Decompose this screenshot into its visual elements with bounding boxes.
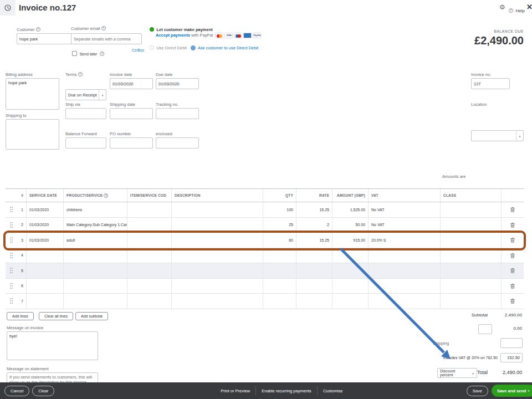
cell-item-code[interactable] (127, 218, 172, 233)
ask-direct-debit-link[interactable]: Ask customer to use Direct Debit (198, 45, 258, 50)
cell-amount[interactable] (332, 294, 369, 309)
cell-vat[interactable]: 20.0% S (369, 233, 441, 248)
cell-service-date[interactable]: 01/03/2020 (27, 218, 64, 233)
cell-qty[interactable] (263, 248, 296, 263)
cell-item-code[interactable] (127, 279, 172, 294)
message-on-invoice-input[interactable]: bye! (7, 331, 98, 360)
cell-amount[interactable]: 50.00 (332, 218, 369, 233)
cell-vat[interactable]: No VAT (369, 218, 441, 233)
cell-amount[interactable]: 1,525.00 (332, 202, 369, 217)
cell-description[interactable] (172, 218, 263, 233)
cell-item-code[interactable] (127, 294, 172, 309)
save-and-send-button[interactable]: Save and send ▼ (492, 385, 532, 397)
cell-item-code[interactable] (127, 233, 172, 248)
cell-class[interactable] (441, 233, 502, 248)
cell-service-date[interactable] (27, 263, 64, 278)
trash-icon[interactable] (502, 202, 524, 217)
shipping-to-input[interactable] (6, 119, 59, 150)
history-icon[interactable] (0, 0, 16, 16)
cell-rate[interactable]: 15.25 (296, 202, 332, 217)
ship-via-input[interactable] (65, 108, 106, 119)
drag-handle-icon[interactable] (6, 279, 17, 294)
terms-select[interactable]: Due on Receipt... (65, 89, 106, 100)
cell-service-date[interactable]: 01/03/2020 (27, 233, 64, 248)
cell-rate[interactable]: 15.25 (296, 233, 332, 248)
cell-rate[interactable]: 2 (296, 218, 332, 233)
cell-rate[interactable] (296, 294, 332, 309)
cell-service-date[interactable] (27, 248, 64, 263)
cell-item-code[interactable] (127, 263, 172, 278)
gear-icon[interactable]: ⚙ (499, 3, 505, 11)
cell-product-service[interactable] (64, 279, 127, 294)
cell-description[interactable] (172, 294, 263, 309)
drag-handle-icon[interactable] (6, 294, 17, 309)
close-icon[interactable]: ✕ (526, 3, 532, 11)
add-lines-button[interactable]: Add lines (7, 312, 34, 320)
cell-product-service[interactable]: Main Category:Sub Category 1:Car (64, 218, 127, 233)
drag-handle-icon[interactable] (6, 218, 17, 233)
cell-class[interactable] (441, 294, 502, 309)
cell-product-service[interactable] (64, 248, 127, 263)
cell-class[interactable] (441, 218, 502, 233)
invoice-date-input[interactable] (110, 78, 153, 89)
cell-item-code[interactable] (127, 202, 172, 217)
cell-item-code[interactable] (127, 248, 172, 263)
help-button[interactable]: Help (509, 4, 525, 14)
clear-button[interactable]: Clear (32, 386, 54, 396)
customer-select[interactable]: hope park (17, 33, 79, 44)
trash-icon[interactable] (502, 233, 524, 248)
cell-description[interactable] (172, 279, 263, 294)
cell-rate[interactable] (296, 263, 332, 278)
enclosed-input[interactable] (156, 137, 199, 149)
cell-description[interactable] (172, 248, 263, 263)
accept-payments-link[interactable]: Accept payments (156, 33, 190, 38)
cancel-button[interactable]: Cancel (4, 386, 29, 396)
cell-amount[interactable] (332, 248, 369, 263)
cell-qty[interactable] (263, 279, 296, 294)
billing-address-input[interactable]: hope park (6, 78, 59, 110)
cell-qty[interactable]: 25 (263, 218, 296, 233)
cell-service-date[interactable] (27, 294, 64, 309)
invoice-no-input[interactable] (471, 78, 510, 89)
cell-rate[interactable] (296, 248, 332, 263)
cell-class[interactable] (441, 263, 502, 278)
cell-vat[interactable] (369, 279, 441, 294)
trash-icon[interactable] (502, 218, 524, 233)
trash-icon[interactable] (502, 263, 524, 278)
enable-recurring-button[interactable]: Enable recurring payments (262, 388, 311, 393)
cell-amount[interactable] (332, 263, 369, 278)
cell-qty[interactable] (263, 294, 296, 309)
table-row[interactable]: 101/03/2020childrens10015.251,525.00No V… (6, 202, 524, 218)
cell-vat[interactable] (369, 248, 441, 263)
cell-amount[interactable] (332, 279, 369, 294)
save-button[interactable]: Save (467, 386, 488, 396)
location-select[interactable] (471, 130, 524, 141)
cell-vat[interactable]: No VAT (369, 202, 441, 217)
cell-qty[interactable]: 60 (263, 233, 296, 248)
clear-all-lines-button[interactable]: Clear all lines (39, 312, 73, 320)
table-row[interactable]: 6 (6, 279, 524, 294)
cell-product-service[interactable]: adult (64, 233, 127, 248)
cell-service-date[interactable] (27, 279, 64, 294)
cell-class[interactable] (441, 202, 502, 217)
vat-amount-input[interactable] (500, 353, 523, 362)
cell-product-service[interactable] (64, 294, 127, 309)
cell-amount[interactable]: 915.00 (332, 233, 369, 248)
cell-description[interactable] (172, 233, 263, 248)
po-number-input[interactable] (110, 137, 153, 149)
ccbcc-link[interactable]: Cc/Bcc (132, 48, 144, 52)
table-row[interactable]: 5 (6, 263, 524, 279)
direct-debit-option[interactable]: Use Direct Debit Ask customer to use Dir… (150, 42, 258, 52)
trash-icon[interactable] (502, 294, 524, 309)
drag-handle-icon[interactable] (6, 233, 17, 248)
table-row[interactable]: 4 (6, 248, 524, 264)
cell-vat[interactable] (369, 263, 441, 278)
cell-description[interactable] (172, 263, 263, 278)
table-row[interactable]: 7 (6, 294, 524, 309)
cell-product-service[interactable]: childrens (64, 202, 127, 217)
shipping-amount-input[interactable] (500, 338, 523, 348)
cell-vat[interactable] (369, 294, 441, 309)
tracking-no-input[interactable] (156, 108, 199, 119)
cell-qty[interactable] (263, 263, 296, 278)
cell-qty[interactable]: 100 (263, 202, 296, 217)
